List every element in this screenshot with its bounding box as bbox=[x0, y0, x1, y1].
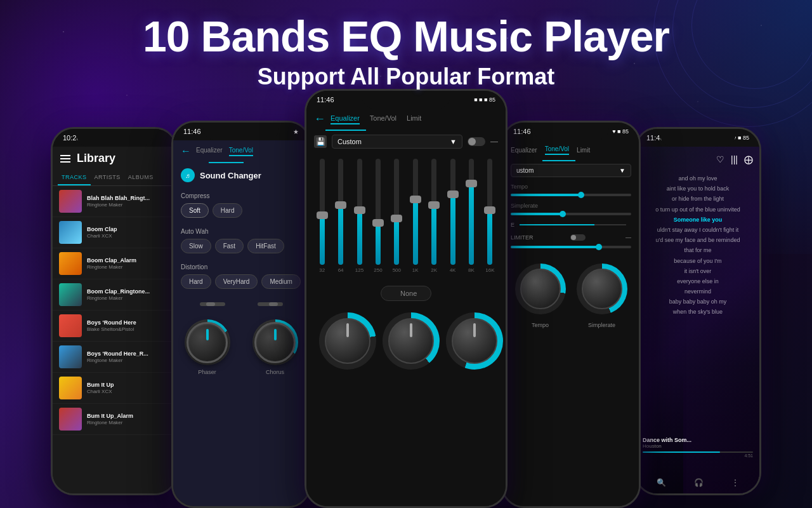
preset-none-row: None bbox=[306, 279, 506, 307]
phaser-knob-wrapper: Phaser bbox=[185, 319, 230, 375]
eq-band-64[interactable]: 64 bbox=[332, 159, 348, 273]
list-item[interactable]: Boys 'Round Here Blake Shelton&Pistol bbox=[53, 311, 176, 342]
slider-handle-250[interactable] bbox=[372, 219, 384, 227]
tab-limit-3[interactable]: Limit bbox=[407, 114, 421, 124]
slider-handle-8k[interactable] bbox=[466, 180, 477, 187]
back-button[interactable]: ← bbox=[181, 145, 191, 157]
phone-lyrics: 11:46 ♥ ■ 85 ♡ ||| ⨁ and oh my love aint… bbox=[634, 127, 761, 495]
dropdown-arrow-4: ▼ bbox=[619, 167, 625, 174]
lyrics-content: ♡ ||| ⨁ and oh my love aint like you to … bbox=[636, 147, 759, 329]
limiter-slider[interactable] bbox=[511, 246, 631, 248]
headphones-icon[interactable]: 🎧 bbox=[694, 478, 704, 487]
knob5-outer bbox=[577, 264, 627, 314]
chorus-knob[interactable] bbox=[254, 322, 296, 363]
knob4-wrapper: Tempo bbox=[515, 264, 566, 328]
slider-fill-250 bbox=[376, 225, 381, 265]
compress-soft-btn[interactable]: Soft bbox=[181, 203, 209, 218]
tab-tonevol-3[interactable]: Tone/Vol bbox=[370, 114, 396, 124]
simplerate-slider[interactable] bbox=[511, 213, 631, 215]
slider-handle-32[interactable] bbox=[317, 211, 328, 219]
eq-band-2k[interactable]: 2K bbox=[426, 159, 442, 273]
back-button-3[interactable]: ← bbox=[314, 112, 325, 126]
preset-selector[interactable]: Custom ▼ bbox=[332, 135, 462, 149]
list-item[interactable]: Boom Clap_Ringtone... Ringtone Maker bbox=[53, 279, 176, 311]
list-item[interactable]: Blah Blah Blah_Ringt... Ringtone Maker bbox=[53, 186, 176, 217]
wah-hitfast-btn[interactable]: HitFast bbox=[247, 239, 284, 253]
time-2: 11:46 bbox=[183, 128, 201, 135]
slider-handle-4k[interactable] bbox=[447, 190, 459, 198]
knob5-body[interactable] bbox=[582, 269, 622, 309]
eq-band-16k[interactable]: 16K bbox=[482, 159, 498, 273]
playlist-add-icon[interactable]: ⨁ bbox=[744, 154, 753, 164]
notch-1 bbox=[76, 129, 152, 147]
tab-tv-4[interactable]: Tone/Vol bbox=[545, 145, 569, 155]
list-item[interactable]: Boys 'Round Here_R... Ringtone Maker bbox=[53, 342, 176, 373]
save-icon[interactable]: 💾 bbox=[314, 135, 327, 148]
slider-handle-125[interactable] bbox=[354, 206, 365, 214]
tab-albums[interactable]: ALBUMS bbox=[124, 170, 157, 185]
mini-slider-2[interactable] bbox=[258, 302, 283, 307]
phone-tonevol: 11:46 ♥ ■ 85 Equalizer Tone/Vol Limit us… bbox=[501, 121, 641, 508]
eq-toggle[interactable] bbox=[468, 137, 485, 146]
heart-icon[interactable]: ♡ bbox=[716, 154, 724, 164]
track-artist: Ringtone Maker bbox=[87, 420, 169, 425]
sc-icon: ♬ bbox=[181, 168, 195, 182]
eq-band-250[interactable]: 250 bbox=[370, 159, 386, 273]
slider-handle-16k[interactable] bbox=[484, 206, 495, 214]
track-artist: Ringtone Maker bbox=[87, 358, 169, 363]
menu-button[interactable] bbox=[60, 155, 70, 163]
more-options-icon[interactable]: ⋮ bbox=[731, 478, 739, 487]
list-item[interactable]: Boom Clap Charli XCX bbox=[53, 217, 176, 248]
limiter-row: LIMITER — bbox=[503, 232, 639, 243]
search-icon[interactable]: 🔍 bbox=[657, 478, 666, 487]
tab-limit-4[interactable]: Limit bbox=[577, 147, 590, 154]
track-name: Boys 'Round Here bbox=[87, 319, 169, 326]
limiter-toggle[interactable] bbox=[570, 234, 586, 241]
knob2-body[interactable] bbox=[388, 318, 434, 364]
slider-handle-2k[interactable] bbox=[428, 201, 440, 209]
list-item[interactable]: Bum It Up Charli XCX bbox=[53, 373, 176, 404]
slider-handle-64[interactable] bbox=[335, 201, 346, 209]
compress-hard-btn[interactable]: Hard bbox=[213, 203, 243, 218]
none-button[interactable]: None bbox=[381, 286, 431, 301]
track-artist: Blake Shelton&Pistol bbox=[87, 326, 169, 332]
lyric-line: when the sky's blue bbox=[645, 307, 750, 317]
library-tabs[interactable]: TRACKS ARTISTS ALBUMS bbox=[53, 170, 176, 186]
time-4: 11:46 bbox=[513, 128, 531, 135]
knob1-body[interactable] bbox=[325, 318, 370, 364]
wah-fast-btn[interactable]: Fast bbox=[215, 239, 244, 253]
tab-eq-4[interactable]: Equalizer bbox=[511, 147, 537, 154]
eq-band-4k[interactable]: 4K bbox=[445, 159, 461, 273]
dist-hard-btn[interactable]: Hard bbox=[181, 274, 211, 289]
equalizer-icon[interactable]: ||| bbox=[731, 154, 738, 164]
slider-handle-1k[interactable] bbox=[410, 196, 421, 203]
eq-band-1k[interactable]: 1K bbox=[407, 159, 423, 273]
wah-slow-btn[interactable]: Slow bbox=[181, 239, 211, 253]
tab-equalizer-2[interactable]: Equalizer bbox=[196, 147, 223, 156]
list-item[interactable]: Boom Clap_Alarm Ringtone Maker bbox=[53, 248, 176, 279]
eq-band-125[interactable]: 125 bbox=[351, 159, 367, 273]
auto-wah-buttons: Slow Fast HitFast bbox=[181, 239, 301, 253]
tab-artists[interactable]: ARTISTS bbox=[91, 170, 124, 185]
list-item[interactable]: Bum It Up_Alarm Ringtone Maker bbox=[53, 404, 176, 435]
dist-veryhard-btn[interactable]: VeryHard bbox=[215, 274, 258, 289]
knob3-body[interactable] bbox=[452, 318, 497, 364]
eq-band-32[interactable]: 32 bbox=[314, 159, 330, 273]
mini-slider-1[interactable] bbox=[200, 302, 225, 307]
preset-mini-4[interactable]: ustom ▼ bbox=[511, 164, 631, 177]
tab-tracks[interactable]: TRACKS bbox=[58, 170, 91, 185]
eq-band-500[interactable]: 500 bbox=[389, 159, 405, 273]
tempo-slider[interactable] bbox=[511, 194, 631, 196]
knob3-wrapper bbox=[446, 312, 503, 370]
dist-medium-btn[interactable]: Medium bbox=[261, 274, 301, 289]
slider-handle-500[interactable] bbox=[391, 215, 402, 222]
tab-equalizer-3[interactable]: Equalizer bbox=[331, 114, 360, 124]
tab-tonevol-2[interactable]: Tone/Vol bbox=[229, 147, 253, 156]
knob4-body[interactable] bbox=[520, 269, 561, 309]
lyric-line-highlight: Someone like you bbox=[645, 215, 750, 225]
eq-band-8k[interactable]: 8K bbox=[463, 159, 479, 273]
track-thumbnail bbox=[59, 408, 82, 431]
phaser-knob[interactable] bbox=[187, 322, 228, 363]
progress-bar[interactable] bbox=[643, 451, 753, 453]
phone5-content: ♡ ||| ⨁ and oh my love aint like you to … bbox=[636, 147, 759, 493]
